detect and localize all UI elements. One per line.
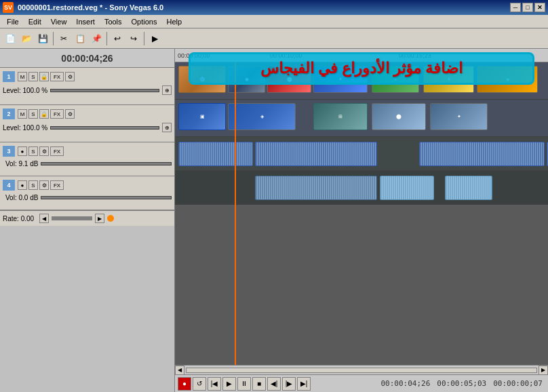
audio-track-4-clips xyxy=(175,171,548,205)
track-mute-1[interactable]: M xyxy=(18,72,27,81)
vol-slider-4[interactable] xyxy=(41,196,172,199)
clip-2d[interactable]: ⬤ xyxy=(372,103,426,130)
track-settings-3[interactable]: ⚙ xyxy=(39,146,49,156)
track-controls-1: M S 🔒 FX ⚙ xyxy=(18,72,75,81)
next-frame-btn[interactable]: |▶ xyxy=(282,377,296,391)
open-button[interactable]: 📂 xyxy=(19,31,34,46)
clip-2a[interactable]: ▣ xyxy=(178,103,226,130)
time-display: 00:00:04;26 xyxy=(0,49,174,68)
timeline-tracks: 🌸 ◉ ⬤ ✦ + ★ ◈ xyxy=(175,62,548,365)
track-vol-label-4: Vol: 0.0 dB xyxy=(5,194,38,201)
track-expand-1[interactable]: ⊕ xyxy=(162,85,172,95)
track-controls-3: ● S ⚙ FX xyxy=(18,146,64,156)
cut-button[interactable]: ✂ xyxy=(56,31,71,46)
track-settings-4[interactable]: ⚙ xyxy=(39,180,49,190)
stop-btn[interactable]: ■ xyxy=(252,377,266,391)
undo-button[interactable]: ↩ xyxy=(110,31,125,46)
audio-clip-3c[interactable] xyxy=(419,142,545,166)
track-settings-1[interactable]: ⚙ xyxy=(65,72,75,81)
track-level-label-1: Level: 100.0 % xyxy=(3,87,47,94)
scroll-thumb[interactable] xyxy=(186,368,537,373)
ruler-time-3: 00:00:15;23 xyxy=(399,52,431,59)
play-from-start-btn[interactable]: |◀ xyxy=(208,377,221,391)
track-controls-2: M S 🔒 FX ⚙ xyxy=(18,109,75,119)
clip-1b[interactable]: ◉ xyxy=(228,66,265,93)
new-button[interactable]: 📄 xyxy=(3,31,18,46)
menu-tools[interactable]: Tools xyxy=(100,16,126,27)
track-solo-4[interactable]: S xyxy=(28,180,38,190)
track-effects-2[interactable]: FX xyxy=(50,109,64,119)
loop-btn[interactable]: ↺ xyxy=(193,377,206,391)
main-container: 00:00:04;26 1 M S 🔒 FX ⚙ Level: 100.0 % … xyxy=(0,49,548,392)
track-mute-2[interactable]: M xyxy=(18,109,27,119)
go-end-btn[interactable]: ▶| xyxy=(297,377,311,391)
menu-view[interactable]: View xyxy=(47,16,71,27)
scroll-left-btn[interactable]: ◀ xyxy=(175,366,184,375)
audio-clip-4c[interactable] xyxy=(445,176,492,200)
audio-clip-4a[interactable] xyxy=(255,176,377,200)
frame-time-display: 00:00:00;07 xyxy=(490,379,545,388)
record-btn[interactable]: ● xyxy=(178,377,191,391)
close-button[interactable]: ✕ xyxy=(534,3,545,12)
track-lock-1[interactable]: 🔒 xyxy=(39,72,49,81)
track-effects-3[interactable]: FX xyxy=(50,146,64,156)
save-button[interactable]: 💾 xyxy=(35,31,50,46)
track-row-4: 4 ● S ⚙ FX Vol: 0.0 dB xyxy=(0,176,174,210)
current-time-display: 00:00:04;26 xyxy=(378,379,433,388)
track-mute-4[interactable]: ● xyxy=(18,180,27,190)
track-lock-2[interactable]: 🔒 xyxy=(39,109,49,119)
track-settings-2[interactable]: ⚙ xyxy=(65,109,75,119)
track-solo-3[interactable]: S xyxy=(28,146,38,156)
level-slider-1[interactable] xyxy=(50,89,159,92)
paste-button[interactable]: 📌 xyxy=(89,31,104,46)
menu-help[interactable]: Help xyxy=(162,16,186,27)
pause-btn[interactable]: ⏸ xyxy=(237,377,251,391)
clip-1f[interactable]: ★ xyxy=(423,66,474,93)
audio-clip-3a[interactable] xyxy=(178,142,253,166)
clip-1a[interactable]: 🌸 xyxy=(178,66,226,93)
prev-frame-btn[interactable]: ◀| xyxy=(267,377,281,391)
track-number-2: 2 xyxy=(3,109,15,119)
clip-1e[interactable]: + xyxy=(372,66,419,93)
audio-clip-4b[interactable] xyxy=(380,176,434,200)
menu-file[interactable]: File xyxy=(3,16,23,27)
clip-1d[interactable]: ✦ xyxy=(313,66,368,93)
clip-2b[interactable]: ◈ xyxy=(228,103,296,130)
rate-right-btn[interactable]: ▶ xyxy=(95,214,104,223)
clip-2c[interactable]: ⊞ xyxy=(313,103,368,130)
track-row-3: 3 ● S ⚙ FX Vol: 9.1 dB xyxy=(0,142,174,176)
scroll-right-btn[interactable]: ▶ xyxy=(539,366,548,375)
rate-indicator[interactable] xyxy=(107,215,114,222)
toolbar-separator-1 xyxy=(53,32,54,45)
track-effects-1[interactable]: FX xyxy=(50,72,64,81)
level-slider-2[interactable] xyxy=(50,126,159,130)
total-time-display: 00:00:05;03 xyxy=(434,379,489,388)
menu-insert[interactable]: Insert xyxy=(72,16,99,27)
track-solo-1[interactable]: S xyxy=(28,72,38,81)
main-toolbar: 📄 📂 💾 ✂ 📋 📌 ↩ ↪ ▶ xyxy=(0,28,548,49)
menu-edit[interactable]: Edit xyxy=(24,16,45,27)
menu-options[interactable]: Options xyxy=(128,16,161,27)
clip-1g[interactable]: ◈ xyxy=(477,66,538,93)
clip-1c[interactable]: ⬤ xyxy=(267,66,311,93)
rate-left-btn[interactable]: ◀ xyxy=(39,214,49,223)
rate-label: Rate: 0.00 xyxy=(3,215,34,222)
copy-button[interactable]: 📋 xyxy=(73,31,87,46)
track-expand-2[interactable]: ⊕ xyxy=(162,123,172,132)
track-number-4: 4 xyxy=(3,180,15,191)
maximize-button[interactable]: □ xyxy=(522,3,533,12)
minimize-button[interactable]: ─ xyxy=(510,3,521,12)
rate-slider[interactable] xyxy=(52,216,92,220)
play-btn[interactable]: ▶ xyxy=(222,377,236,391)
render-button[interactable]: ▶ xyxy=(147,31,162,46)
track-solo-2[interactable]: S xyxy=(28,109,38,119)
track-effects-4[interactable]: FX xyxy=(50,180,64,190)
clip-2e[interactable]: ✦ xyxy=(430,103,488,130)
redo-button[interactable]: ↪ xyxy=(126,31,141,46)
track-number-3: 3 xyxy=(3,146,15,157)
video-track-1-clips: 🌸 ◉ ⬤ ✦ + ★ ◈ xyxy=(175,62,548,100)
audio-clip-3b[interactable] xyxy=(255,142,377,166)
vol-slider-3[interactable] xyxy=(41,162,172,165)
timeline-scrollbar[interactable]: ◀ ▶ xyxy=(175,365,548,374)
track-mute-3[interactable]: ● xyxy=(18,146,27,156)
